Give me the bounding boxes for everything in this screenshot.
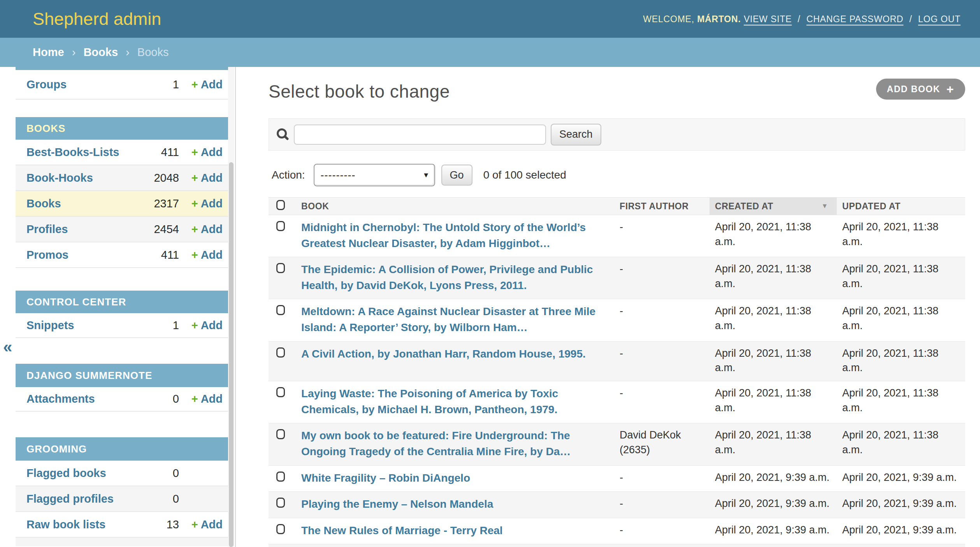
section-title: DJANGO SUMMERNOTE [26, 370, 152, 382]
column-header-book[interactable]: BOOK [296, 198, 614, 215]
column-header-first-author[interactable]: FIRST AUTHOR [614, 198, 710, 215]
table-row: Meltdown: A Race Against Nuclear Disaste… [269, 299, 965, 341]
book-link[interactable]: Meltdown: A Race Against Nuclear Disaste… [301, 305, 595, 333]
row-checkbox[interactable] [276, 498, 285, 508]
add-books-link[interactable]: + Add [179, 197, 223, 210]
sidebar-item-book-hooks: Book-Hooks 2048 + Add [16, 165, 228, 191]
first-author-cell: - [614, 299, 710, 341]
add-book-hooks-link[interactable]: + Add [179, 172, 223, 184]
view-site-link[interactable]: VIEW SITE [744, 14, 792, 24]
plus-icon: + [191, 518, 198, 531]
add-label: Add [201, 197, 223, 210]
add-promos-link[interactable]: + Add [179, 249, 223, 261]
add-profiles-link[interactable]: + Add [179, 223, 223, 236]
sidebar-item-link[interactable]: Groups [26, 78, 146, 91]
add-book-button[interactable]: ADD BOOK + [876, 79, 965, 100]
sidebar-divider [235, 67, 236, 547]
main-content: Select book to change ADD BOOK + Search … [269, 67, 965, 547]
log-out-link[interactable]: LOG OUT [918, 14, 961, 24]
select-all-checkbox[interactable] [276, 200, 285, 210]
add-book-label: ADD BOOK [887, 84, 940, 95]
column-header-created-at[interactable]: CREATED AT▼ [710, 198, 837, 215]
change-password-link[interactable]: CHANGE PASSWORD [806, 14, 903, 24]
sidebar: Groups 1 + Add BOOKS Best-Books-Lists 41… [16, 67, 228, 547]
sidebar-scrollbar-thumb[interactable] [229, 162, 234, 547]
book-link[interactable]: The Epidemic: A Collision of Power, Priv… [301, 263, 593, 291]
book-link[interactable]: My own book to be featured: Fire Undergr… [301, 430, 571, 458]
created-at-cell: April 20, 2021, 9:39 a.m. [710, 492, 837, 518]
updated-at-cell: April 20, 2021, 9:39 a.m. [837, 492, 965, 518]
results-table: BOOK FIRST AUTHOR CREATED AT▼ UPDATED AT… [269, 197, 965, 547]
add-label: Add [201, 223, 223, 236]
username: MÁRTON. [697, 14, 741, 24]
plus-icon: + [191, 197, 198, 210]
row-checkbox[interactable] [276, 429, 285, 439]
table-row: White Fragility – Robin DiAngelo - April… [269, 465, 965, 492]
breadcrumb-separator: › [72, 46, 76, 58]
first-author-cell: - [614, 341, 710, 381]
add-attachments-link[interactable]: + Add [179, 393, 223, 405]
section-title: GROOMING [26, 443, 87, 455]
app-title[interactable]: Shepherd admin [33, 9, 161, 29]
add-snippets-link[interactable]: + Add [179, 319, 223, 332]
created-at-cell: April 20, 2021, 9:39 a.m. [710, 465, 837, 492]
table-header-row: BOOK FIRST AUTHOR CREATED AT▼ UPDATED AT [269, 198, 965, 215]
book-link[interactable]: Playing the Enemy – Nelson Mandela [301, 498, 493, 510]
section-title: CONTROL CENTER [26, 296, 126, 308]
sidebar-item-link[interactable]: Books [26, 197, 146, 210]
first-author-cell: - [614, 465, 710, 492]
action-label: Action: [272, 169, 305, 181]
add-label: Add [201, 78, 223, 91]
row-checkbox[interactable] [276, 347, 285, 358]
breadcrumb-books-link[interactable]: Books [83, 46, 118, 58]
row-checkbox[interactable] [276, 472, 285, 482]
sidebar-collapse-icon[interactable]: « [3, 338, 12, 356]
action-select[interactable]: --------- ▼ [314, 164, 435, 186]
add-raw-book-lists-link[interactable]: + Add [179, 518, 223, 531]
sidebar-item-link[interactable]: Raw book lists [26, 518, 146, 531]
first-author-cell: - [614, 257, 710, 299]
first-author-cell: David DeKok (2635) [614, 423, 710, 465]
plus-icon: + [947, 82, 954, 96]
add-label: Add [201, 393, 223, 405]
sidebar-item-profiles: Profiles 2454 + Add [16, 217, 228, 242]
add-label: Add [201, 249, 223, 261]
book-link[interactable]: A Civil Action, by Jonathan Harr, Random… [301, 348, 586, 360]
sidebar-item-link[interactable]: Flagged books [26, 467, 146, 480]
book-link[interactable]: White Fragility – Robin DiAngelo [301, 472, 470, 484]
table-row: My own book to be featured: Fire Undergr… [269, 423, 965, 465]
table-row: A Civil Action, by Jonathan Harr, Random… [269, 341, 965, 381]
sidebar-item-link[interactable]: Book-Hooks [26, 172, 146, 184]
book-link[interactable]: The New Rules of Marriage - Terry Real [301, 524, 503, 536]
actions-bar: Action: --------- ▼ Go 0 of 100 selected [269, 164, 965, 186]
sidebar-item-attachments: Attachments 0 + Add [16, 387, 228, 412]
column-header-updated-at[interactable]: UPDATED AT [837, 198, 965, 215]
add-best-books-lists-link[interactable]: + Add [179, 146, 223, 159]
row-checkbox[interactable] [276, 387, 285, 397]
book-link[interactable]: Laying Waste: The Poisoning of America b… [301, 387, 558, 416]
row-checkbox[interactable] [276, 263, 285, 273]
plus-icon: + [191, 172, 198, 184]
row-checkbox[interactable] [276, 221, 285, 231]
sidebar-item-link[interactable]: Profiles [26, 223, 146, 236]
first-author-cell: - [614, 492, 710, 518]
row-checkbox[interactable] [276, 305, 285, 315]
book-link[interactable]: Midnight in Chernobyl: The Untold Story … [301, 221, 586, 249]
sidebar-item-groups: Groups 1 + Add [16, 70, 228, 100]
breadcrumb-home-link[interactable]: Home [33, 46, 64, 58]
sidebar-item-link[interactable]: Promos [26, 249, 146, 261]
sidebar-item-link[interactable]: Snippets [26, 319, 146, 332]
user-tools-separator: / [798, 14, 801, 24]
add-groups-link[interactable]: + Add [179, 78, 223, 91]
search-button[interactable]: Search [551, 124, 601, 146]
first-author-cell: - [614, 381, 710, 423]
go-button[interactable]: Go [441, 165, 472, 186]
sidebar-spacer [16, 268, 228, 291]
row-checkbox[interactable] [276, 524, 285, 534]
search-input[interactable] [294, 124, 546, 145]
sidebar-item-link[interactable]: Flagged profiles [26, 493, 146, 505]
sidebar-item-link[interactable]: Best-Books-Lists [26, 146, 146, 159]
select-all-header [269, 198, 296, 215]
sidebar-item-flagged-books: Flagged books 0 [16, 461, 228, 486]
sidebar-item-link[interactable]: Attachments [26, 393, 146, 405]
